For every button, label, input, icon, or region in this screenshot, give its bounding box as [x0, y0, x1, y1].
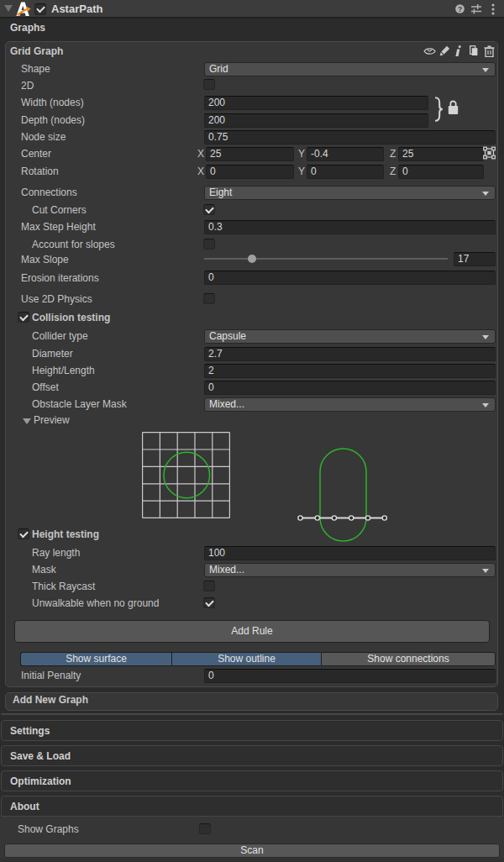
svg-text:?: ?	[458, 5, 462, 13]
